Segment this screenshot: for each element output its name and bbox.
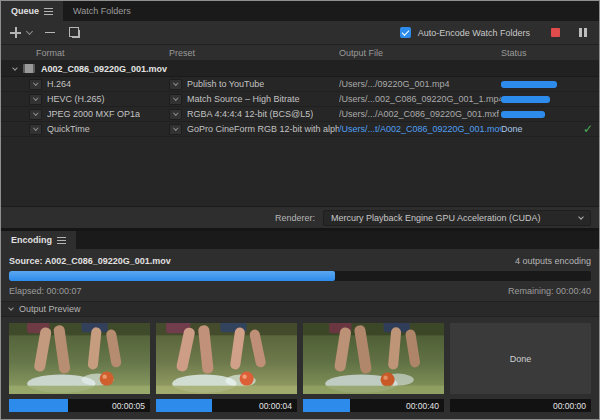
column-preset: Preset bbox=[169, 48, 339, 58]
preview-tile: Done 00:00:00 bbox=[450, 323, 591, 412]
renderer-value: Mercury Playback Engine GPU Acceleration… bbox=[331, 213, 541, 223]
column-output: Output File bbox=[339, 48, 501, 58]
preset-label[interactable]: RGBA 4:4:4:4 12-bit (BCS@L5) bbox=[187, 109, 313, 119]
queue-row[interactable]: HEVC (H.265) Match Source – High Bitrate… bbox=[1, 92, 599, 107]
tab-watch-folders[interactable]: Watch Folders bbox=[63, 1, 141, 21]
clip-icon bbox=[23, 64, 35, 73]
elapsed-time: Elapsed: 00:00:07 bbox=[9, 286, 82, 296]
format-label[interactable]: QuickTime bbox=[47, 124, 90, 134]
source-name: A002_C086_09220G_001.mov bbox=[41, 64, 167, 74]
add-dropdown-chevron-icon[interactable] bbox=[26, 28, 33, 35]
collapse-chevron-icon[interactable] bbox=[12, 65, 18, 71]
preset-dropdown[interactable] bbox=[169, 94, 182, 105]
output-file-text[interactable]: /Users/.../A002_C086_09220G_001.mxf bbox=[339, 109, 499, 119]
duplicate-icon[interactable] bbox=[72, 30, 80, 38]
chevron-down-icon bbox=[33, 81, 38, 86]
output-file-text[interactable]: /Users/...002_C086_09220G_001_1.mp4 bbox=[339, 94, 501, 104]
format-label[interactable]: JPEG 2000 MXF OP1a bbox=[47, 109, 140, 119]
auto-encode-label: Auto-Encode Watch Folders bbox=[418, 28, 530, 38]
queue-panel: Auto-Encode Watch Folders Format Preset … bbox=[1, 21, 599, 228]
format-dropdown[interactable] bbox=[29, 124, 42, 135]
preview-timecode: 00:00:40 bbox=[406, 401, 439, 411]
chevron-down-icon bbox=[33, 96, 38, 101]
preset-label[interactable]: Publish to YouTube bbox=[187, 79, 264, 89]
pause-queue-button[interactable] bbox=[579, 28, 587, 37]
format-dropdown[interactable] bbox=[29, 109, 42, 120]
encoding-tabstrip: Encoding bbox=[1, 231, 599, 249]
output-file-text[interactable]: /Users/.../09220G_001.mp4 bbox=[339, 79, 450, 89]
outputs-encoding-status: 4 outputs encoding bbox=[515, 256, 591, 266]
stop-queue-button[interactable] bbox=[551, 28, 560, 37]
queue-column-headers: Format Preset Output File Status bbox=[1, 45, 599, 61]
chevron-down-icon bbox=[173, 96, 178, 101]
panel-menu-icon[interactable] bbox=[44, 8, 53, 15]
row-progress-bar bbox=[501, 96, 589, 103]
preset-dropdown[interactable] bbox=[169, 124, 182, 135]
queue-tabstrip: Queue Watch Folders bbox=[1, 1, 599, 21]
preview-progress-bar: 00:00:40 bbox=[303, 399, 444, 412]
source-row[interactable]: A002_C086_09220G_001.mov bbox=[1, 61, 599, 77]
preview-progress-bar: 00:00:05 bbox=[9, 399, 150, 412]
tab-encoding[interactable]: Encoding bbox=[1, 231, 76, 249]
queue-row[interactable]: JPEG 2000 MXF OP1a RGBA 4:4:4:4 12-bit (… bbox=[1, 107, 599, 122]
auto-encode-checkbox[interactable] bbox=[400, 27, 411, 38]
chevron-down-icon bbox=[578, 214, 584, 220]
renderer-row: Renderer: Mercury Playback Engine GPU Ac… bbox=[1, 206, 599, 228]
preview-tile: 00:00:40 bbox=[303, 323, 444, 412]
tab-watch-folders-label: Watch Folders bbox=[73, 6, 131, 16]
done-preview-tile: Done bbox=[450, 323, 591, 394]
preset-label[interactable]: Match Source – High Bitrate bbox=[187, 94, 300, 104]
remove-source-button[interactable] bbox=[45, 32, 55, 34]
tab-queue-label: Queue bbox=[11, 6, 39, 16]
chevron-down-icon bbox=[33, 126, 38, 131]
chevron-down-icon bbox=[173, 111, 178, 116]
chevron-down-icon bbox=[8, 305, 14, 311]
format-dropdown[interactable] bbox=[29, 94, 42, 105]
tab-encoding-label: Encoding bbox=[11, 235, 52, 245]
media-encoder-window: Queue Watch Folders Auto-Encode Watch Fo… bbox=[0, 0, 600, 420]
queue-row[interactable]: H.264 Publish to YouTube /Users/.../0922… bbox=[1, 77, 599, 92]
preview-progress-bar: 00:00:00 bbox=[450, 399, 591, 412]
add-source-button[interactable] bbox=[10, 27, 21, 38]
panel-menu-icon[interactable] bbox=[57, 237, 66, 244]
preset-dropdown[interactable] bbox=[169, 109, 182, 120]
renderer-select[interactable]: Mercury Playback Engine GPU Acceleration… bbox=[323, 210, 591, 226]
done-label: Done bbox=[510, 354, 532, 364]
check-icon: ✓ bbox=[583, 123, 593, 135]
remaining-time: Remaining: 00:00:40 bbox=[508, 286, 591, 296]
preview-progress-bar: 00:00:04 bbox=[156, 399, 297, 412]
preview-tile: 00:00:04 bbox=[156, 323, 297, 412]
preview-timecode: 00:00:05 bbox=[112, 401, 145, 411]
preview-timecode: 00:00:00 bbox=[553, 401, 586, 411]
chevron-down-icon bbox=[173, 126, 178, 131]
video-frame bbox=[156, 323, 297, 394]
chevron-down-icon bbox=[33, 111, 38, 116]
renderer-label: Renderer: bbox=[275, 213, 315, 223]
output-preview-label: Output Preview bbox=[19, 304, 81, 314]
overall-progress-bar bbox=[9, 271, 591, 281]
format-label[interactable]: H.264 bbox=[47, 79, 71, 89]
queue-toolbar: Auto-Encode Watch Folders bbox=[1, 21, 599, 45]
queue-list: A002_C086_09220G_001.mov H.264 Publish t… bbox=[1, 61, 599, 228]
preview-tile: 00:00:05 bbox=[9, 323, 150, 412]
encoding-panel: Encoding Source: A002_C086_09220G_001.mo… bbox=[1, 231, 599, 419]
queue-row[interactable]: QuickTime GoPro CineForm RGB 12-bit with… bbox=[1, 122, 599, 137]
preset-dropdown[interactable] bbox=[169, 79, 182, 90]
output-file-link[interactable]: /Users/...t/A002_C086_09220G_001.mov bbox=[339, 124, 501, 134]
chevron-down-icon bbox=[173, 81, 178, 86]
video-frame bbox=[303, 323, 444, 394]
queue-empty-area bbox=[1, 137, 599, 206]
row-progress-bar bbox=[501, 81, 589, 88]
output-preview-header[interactable]: Output Preview bbox=[1, 301, 599, 317]
video-frame bbox=[9, 323, 150, 394]
column-format: Format bbox=[19, 48, 169, 58]
preset-label[interactable]: GoPro CineForm RGB 12-bit with alpha bbox=[187, 124, 339, 134]
column-status: Status bbox=[501, 48, 599, 58]
status-done-label: Done bbox=[501, 124, 523, 134]
encoding-source-label: Source: A002_C086_09220G_001.mov bbox=[9, 256, 171, 266]
output-previews: 00:00:05 bbox=[9, 323, 591, 412]
preview-timecode: 00:00:04 bbox=[259, 401, 292, 411]
format-dropdown[interactable] bbox=[29, 79, 42, 90]
tab-queue[interactable]: Queue bbox=[1, 1, 63, 21]
format-label[interactable]: HEVC (H.265) bbox=[47, 94, 105, 104]
